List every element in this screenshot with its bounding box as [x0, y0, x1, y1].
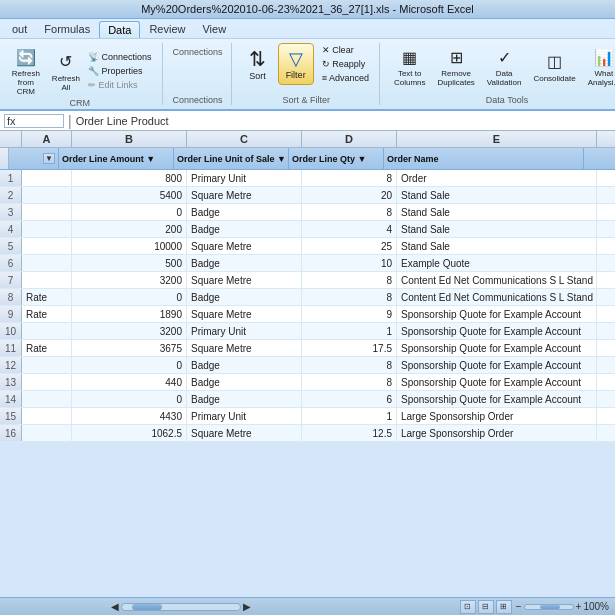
cell-c[interactable]: Badge — [187, 204, 302, 220]
cell-e[interactable]: Sponsorship Quote for Example Account — [397, 306, 597, 322]
cell-b[interactable]: 5400 — [72, 187, 187, 203]
cell-c[interactable]: Badge — [187, 391, 302, 407]
cell-b[interactable]: 0 — [72, 289, 187, 305]
cell-a[interactable] — [22, 272, 72, 288]
cell-c[interactable]: Square Metre — [187, 238, 302, 254]
cell-d[interactable]: 8 — [302, 204, 397, 220]
zoom-in-btn[interactable]: + — [576, 601, 582, 612]
cell-b[interactable]: 800 — [72, 170, 187, 186]
name-box[interactable]: fx — [4, 114, 64, 128]
cell-a[interactable] — [22, 187, 72, 203]
cell-e[interactable]: Content Ed Net Communications S L Stand — [397, 272, 597, 288]
what-analysis-button[interactable]: 📊 WhatAnalysi... — [584, 43, 615, 89]
cell-c[interactable]: Square Metre — [187, 187, 302, 203]
cell-a[interactable] — [22, 408, 72, 424]
col-header-d[interactable]: D — [302, 131, 397, 147]
data-validation-button[interactable]: ✓ DataValidation — [483, 43, 526, 89]
cell-a[interactable] — [22, 204, 72, 220]
cell-c[interactable]: Badge — [187, 374, 302, 390]
scroll-track[interactable] — [121, 603, 241, 611]
cell-d[interactable]: 8 — [302, 289, 397, 305]
cell-d[interactable]: 8 — [302, 374, 397, 390]
cell-e[interactable]: Stand Sale — [397, 187, 597, 203]
cell-d[interactable]: 8 — [302, 357, 397, 373]
cell-c[interactable]: Square Metre — [187, 425, 302, 441]
cell-e[interactable]: Sponsorship Quote for Example Account — [397, 323, 597, 339]
cell-a[interactable]: Rate — [22, 289, 72, 305]
cell-a[interactable] — [22, 221, 72, 237]
properties-button[interactable]: 🔧 Properties — [86, 65, 154, 77]
cell-e[interactable]: Large Sponsorship Order — [397, 408, 597, 424]
cell-a[interactable] — [22, 374, 72, 390]
cell-c[interactable]: Primary Unit — [187, 170, 302, 186]
cell-b[interactable]: 0 — [72, 357, 187, 373]
refresh-all-button[interactable]: ↺ RefreshAll — [50, 48, 82, 94]
cell-b[interactable]: 200 — [72, 221, 187, 237]
cell-c[interactable]: Badge — [187, 221, 302, 237]
tab-out[interactable]: out — [4, 21, 35, 38]
cell-b[interactable]: 10000 — [72, 238, 187, 254]
cell-a[interactable] — [22, 391, 72, 407]
cell-d[interactable]: 1 — [302, 323, 397, 339]
page-break-btn[interactable]: ⊞ — [496, 600, 512, 614]
clear-button[interactable]: ✕ Clear — [320, 44, 371, 56]
refresh-from-crm-button[interactable]: 🔄 Refreshfrom CRM — [6, 43, 46, 98]
cell-c[interactable]: Badge — [187, 289, 302, 305]
cell-c[interactable]: Square Metre — [187, 306, 302, 322]
cell-d[interactable]: 6 — [302, 391, 397, 407]
col-header-c[interactable]: C — [187, 131, 302, 147]
cell-e[interactable]: Sponsorship Quote for Example Account — [397, 340, 597, 356]
advanced-button[interactable]: ≡ Advanced — [320, 72, 371, 84]
col-header-b[interactable]: B — [72, 131, 187, 147]
cell-b[interactable]: 1062.5 — [72, 425, 187, 441]
cell-b[interactable]: 440 — [72, 374, 187, 390]
cell-a[interactable]: Rate — [22, 306, 72, 322]
tab-data[interactable]: Data — [99, 21, 140, 38]
layout-view-btn[interactable]: ⊟ — [478, 600, 494, 614]
cell-c[interactable]: Square Metre — [187, 340, 302, 356]
cell-a[interactable] — [22, 357, 72, 373]
cell-d[interactable]: 12.5 — [302, 425, 397, 441]
cell-c[interactable]: Primary Unit — [187, 323, 302, 339]
col-header-a[interactable]: A — [22, 131, 72, 147]
cell-d[interactable]: 10 — [302, 255, 397, 271]
cell-b[interactable]: 0 — [72, 391, 187, 407]
cell-d[interactable]: 4 — [302, 221, 397, 237]
cell-d[interactable]: 1 — [302, 408, 397, 424]
remove-duplicates-button[interactable]: ⊞ RemoveDuplicates — [434, 43, 479, 89]
cell-c[interactable]: Square Metre — [187, 272, 302, 288]
cell-e[interactable]: Content Ed Net Communications S L Stand — [397, 289, 597, 305]
cell-e[interactable]: Stand Sale — [397, 204, 597, 220]
cell-b[interactable]: 0 — [72, 204, 187, 220]
cell-e[interactable]: Sponsorship Quote for Example Account — [397, 357, 597, 373]
cell-e[interactable]: Stand Sale — [397, 238, 597, 254]
cell-e[interactable]: Sponsorship Quote for Example Account — [397, 391, 597, 407]
cell-a[interactable] — [22, 255, 72, 271]
cell-d[interactable]: 8 — [302, 170, 397, 186]
cell-b[interactable]: 3675 — [72, 340, 187, 356]
cell-a[interactable] — [22, 238, 72, 254]
connections-button[interactable]: 📡 Connections — [86, 51, 154, 63]
cell-d[interactable]: 9 — [302, 306, 397, 322]
cell-c[interactable]: Primary Unit — [187, 408, 302, 424]
cell-c[interactable]: Badge — [187, 255, 302, 271]
cell-e[interactable]: Sponsorship Quote for Example Account — [397, 374, 597, 390]
tab-formulas[interactable]: Formulas — [36, 21, 98, 38]
cell-e[interactable]: Example Quote — [397, 255, 597, 271]
tab-review[interactable]: Review — [141, 21, 193, 38]
cell-d[interactable]: 17.5 — [302, 340, 397, 356]
normal-view-btn[interactable]: ⊡ — [460, 600, 476, 614]
edit-links-button[interactable]: ✏ Edit Links — [86, 79, 154, 91]
cell-a[interactable]: Rate — [22, 340, 72, 356]
cell-d[interactable]: 20 — [302, 187, 397, 203]
scroll-left-btn[interactable]: ◀ — [111, 601, 119, 612]
cell-b[interactable]: 4430 — [72, 408, 187, 424]
cell-b[interactable]: 1890 — [72, 306, 187, 322]
reapply-button[interactable]: ↻ Reapply — [320, 58, 371, 70]
zoom-slider[interactable] — [524, 604, 574, 610]
cell-e[interactable]: Large Sponsorship Order — [397, 425, 597, 441]
sort-button[interactable]: ⇅ Sort — [242, 43, 274, 85]
cell-b[interactable]: 3200 — [72, 272, 187, 288]
col-header-e[interactable]: E — [397, 131, 597, 147]
cell-d[interactable]: 25 — [302, 238, 397, 254]
